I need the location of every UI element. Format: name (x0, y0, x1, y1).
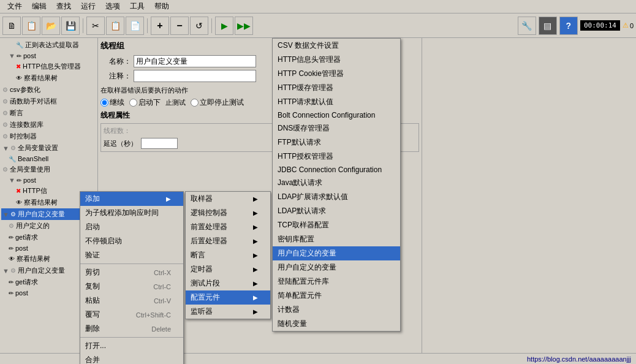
radio-start-next[interactable]: 启动下 (129, 97, 161, 108)
config-random[interactable]: 随机变量 (273, 317, 400, 331)
get1-icon: ✏ (9, 234, 13, 241)
config-http-cache-label: HTTP缓存管理器 (278, 83, 333, 93)
globalset-toggle: ▼ (2, 145, 9, 152)
radio-continue[interactable]: 继续 (100, 97, 124, 108)
tree-label-uservar: 用户自定义变量 (18, 210, 65, 219)
ctx-add-delay[interactable]: 为子线程添加响应时间 (80, 206, 183, 220)
ctx-paste[interactable]: 粘贴 Ctrl-V (80, 294, 183, 308)
tree-item-http1[interactable]: ✖ HTTP信息头管理器 (1, 61, 96, 72)
delay-input[interactable] (141, 138, 178, 149)
toolbar-new-btn[interactable]: 🗎 (2, 17, 21, 35)
menu-help[interactable]: 帮助 (150, 0, 174, 13)
context-menu-main: 添加 ▶ 为子线程添加响应时间 启动 不停顿启动 验证 剪切 Ctrl-X 复制 (80, 191, 184, 364)
config-user-var-hl-label: 用户自定义的变量 (278, 248, 336, 259)
tree-item-global-set[interactable]: ▼ ⚙ 全局变量设置 (1, 142, 96, 154)
config-http-cache[interactable]: HTTP缓存管理器 (273, 81, 400, 95)
config-http-defaults[interactable]: HTTP请求默认值 (273, 95, 400, 109)
config-counter[interactable]: 计数器 (273, 303, 400, 317)
toolbar-clear-btn[interactable]: ↺ (190, 17, 208, 35)
config-http-auth[interactable]: HTTP授权管理器 (273, 150, 400, 164)
config-ldap-ext[interactable]: LDAP扩展请求默认值 (273, 190, 400, 204)
tree-item-beanshell[interactable]: 🔧 BeanShell (1, 154, 96, 164)
config-dns[interactable]: DNS缓存管理器 (273, 121, 400, 135)
ctx-start-noq[interactable]: 不停顿启动 (80, 234, 183, 248)
tree-item-func[interactable]: ⚙ 函数助手对话框 (1, 96, 96, 107)
ctx-cut[interactable]: 剪切 Ctrl-X (80, 265, 183, 279)
config-user-var-highlighted[interactable]: 用户自定义的变量 (273, 246, 400, 260)
name-input[interactable] (134, 55, 256, 67)
menu-options[interactable]: 选项 (100, 0, 125, 13)
submenu-add-timer[interactable]: 定时器 ▶ (186, 262, 270, 276)
config-http-cookie[interactable]: HTTP Cookie管理器 (273, 67, 400, 81)
tree-item-post2[interactable]: ▼ ✏ post (1, 175, 96, 185)
config-tcp[interactable]: TCP取样器配置 (273, 218, 400, 232)
comment-input[interactable] (134, 70, 256, 82)
tree-item-regex[interactable]: 🔧 正则表达式提取器 (1, 39, 96, 51)
ctx-copy-shortcut: Ctrl-C (153, 283, 171, 290)
ctx-merge[interactable]: 合并 (80, 353, 183, 364)
toolbar-remove-btn[interactable]: − (170, 17, 189, 35)
config-keystore[interactable]: 密钥库配置 (273, 232, 400, 246)
submenu-add-sampler[interactable]: 取样器 ▶ (186, 192, 270, 206)
toolbar-paste-btn[interactable]: 📄 (126, 17, 144, 35)
submenu-add-post[interactable]: 后置处理器 ▶ (186, 234, 270, 248)
ctx-validate[interactable]: 验证 (80, 248, 183, 262)
radio-stop-now[interactable]: 立即停止测试 (191, 97, 244, 108)
config-ldap-label: LDAP默认请求 (278, 206, 326, 216)
menu-tools[interactable]: 工具 (125, 0, 150, 13)
toolbar-copy-btn[interactable]: 📋 (106, 17, 124, 35)
toolbar-save-btn[interactable]: 💾 (61, 17, 80, 35)
ctx-copy[interactable]: 复制 Ctrl-C (80, 279, 183, 294)
toolbar-run-all-btn[interactable]: ▶▶ (235, 17, 253, 35)
config-ldap[interactable]: LDAP默认请求 (273, 204, 400, 218)
config-http-header[interactable]: HTTP信息头管理器 (273, 53, 400, 67)
config-simple[interactable]: 简单配置元件 (273, 289, 400, 303)
tree-item-global-use[interactable]: ⚙ 全局变量使用 (1, 164, 96, 175)
submenu-add-assert[interactable]: 断言 ▶ (186, 248, 270, 262)
ctx-start[interactable]: 启动 (80, 220, 183, 234)
config-java[interactable]: Java默认请求 (273, 176, 400, 190)
ctx-open[interactable]: 打开... (80, 339, 183, 353)
main-layout: 🔧 正则表达式提取器 ▼ ✏ post ✖ HTTP信息头管理器 👁 察看结果树… (0, 38, 636, 364)
toolbar-sep2 (147, 18, 148, 33)
toolbar-cut-btn[interactable]: ✂ (86, 17, 105, 35)
ctx-add[interactable]: 添加 ▶ (80, 192, 183, 206)
userdef-icon: ⚙ (9, 222, 14, 229)
toolbar-templates-btn[interactable]: 📋 (22, 17, 40, 35)
config-user-var[interactable]: 用户自定义的变量 (273, 260, 400, 275)
config-csv[interactable]: CSV 数据文件设置 (273, 39, 400, 53)
view1-icon: 👁 (16, 75, 22, 82)
menu-find[interactable]: 查找 (51, 0, 76, 13)
toolbar-add-btn[interactable]: + (151, 17, 169, 35)
ctx-paste-shortcut: Ctrl-V (154, 297, 171, 305)
toolbar-remote-btn[interactable]: 🔧 (518, 17, 536, 35)
menu-run[interactable]: 运行 (76, 0, 100, 13)
menu-file[interactable]: 文件 (2, 0, 27, 13)
config-login[interactable]: 登陆配置元件库 (273, 275, 400, 289)
submenu-add-pre[interactable]: 前置处理器 ▶ (186, 220, 270, 234)
submenu-add-config[interactable]: 配置元件 ▶ (186, 290, 270, 305)
menu-edit[interactable]: 编辑 (27, 0, 51, 13)
config-counter-label: 计数器 (278, 305, 300, 315)
tree-item-post1[interactable]: ▼ ✏ post (1, 51, 96, 61)
tree-item-csv[interactable]: ⚙ csv参数化 (1, 84, 96, 96)
submenu-add-fragment[interactable]: 测试片段 ▶ (186, 276, 270, 290)
config-jdbc[interactable]: JDBC Connection Configuration (273, 164, 400, 176)
submenu-add-logic[interactable]: 逻辑控制器 ▶ (186, 206, 270, 220)
toolbar-log-btn[interactable]: ▤ (539, 17, 557, 35)
config-bolt[interactable]: Bolt Connection Configuration (273, 109, 400, 121)
tree-item-db[interactable]: ⚙ 连接数据库 (1, 119, 96, 131)
toolbar-run-btn[interactable]: ▶ (215, 17, 233, 35)
pre-arrow: ▶ (253, 224, 258, 230)
config-ftp[interactable]: FTP默认请求 (273, 135, 400, 150)
tree-item-view1[interactable]: 👁 察看结果树 (1, 72, 96, 84)
ctx-delete[interactable]: 删除 Delete (80, 322, 183, 336)
toolbar-open-btn[interactable]: 📂 (42, 17, 60, 35)
ctx-overwrite[interactable]: 覆写 Ctrl+Shift-C (80, 308, 183, 322)
config-http-cookie-label: HTTP Cookie管理器 (278, 69, 344, 79)
stop-test-label: 止测试 (165, 98, 186, 107)
tree-item-assert[interactable]: ⚙ 断言 (1, 107, 96, 119)
submenu-add-listener[interactable]: 监听器 ▶ (186, 305, 270, 319)
tree-item-ctrl[interactable]: ⚙ 时控制器 (1, 131, 96, 142)
toolbar-help-btn[interactable]: ? (559, 17, 578, 35)
